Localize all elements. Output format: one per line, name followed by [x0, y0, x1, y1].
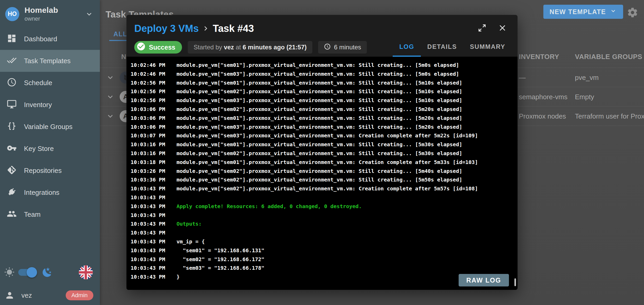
chevron-down-icon[interactable]	[106, 92, 115, 102]
cell-inventory: —	[519, 74, 526, 82]
cell-variable-groups: Terraform user for Proxm	[575, 112, 644, 120]
sidebar-item-schedule[interactable]: Schedule	[0, 72, 100, 94]
log-line: 10:03:43 PM "sem01" = "192.168.66.131"	[131, 246, 518, 255]
user-row[interactable]: vez Admin	[0, 289, 100, 301]
sidebar-item-label: Schedule	[24, 79, 52, 87]
log-message: Outputs:	[177, 221, 202, 227]
app-root: HO Homelab owner DashboardTask Templates…	[0, 0, 644, 305]
log-message: module.pve_vm["sem02"].proxmox_virtual_e…	[177, 177, 462, 183]
sidebar-item-integrations[interactable]: Integrations	[0, 181, 100, 203]
log-timestamp: 10:03:43 PM	[131, 193, 169, 202]
gear-icon[interactable]	[627, 7, 638, 18]
log-timestamp: 10:03:06 PM	[131, 123, 169, 132]
log-line: 10:03:43 PMApply complete! Resources: 6 …	[131, 202, 518, 211]
breadcrumb-task-title: Task #43	[213, 23, 254, 34]
log-timestamp: 10:03:06 PM	[131, 105, 169, 114]
chevron-down-icon	[610, 7, 617, 16]
modal-header-actions	[477, 23, 510, 34]
modal-status-row: Success Started by vez at 6 minutes ago …	[126, 38, 518, 57]
chevron-down-icon	[85, 10, 94, 19]
started-user: vez	[224, 44, 234, 51]
log-timestamp: 10:03:43 PM	[131, 246, 169, 255]
chevron-down-icon[interactable]	[106, 73, 115, 82]
sidebar-item-task-templates[interactable]: Task Templates	[0, 50, 100, 72]
new-template-button[interactable]: NEW TEMPLATE	[543, 5, 623, 19]
log-timestamp: 10:02:56 PM	[131, 79, 169, 87]
task-modal: Deploy 3 VMs Task #43 Success Started by…	[126, 15, 518, 290]
log-line: 10:02:46 PMmodule.pve_vm["sem03"].proxmo…	[131, 70, 518, 79]
log-timestamp: 10:03:43 PM	[131, 202, 169, 211]
log-timestamp: 10:03:43 PM	[131, 220, 169, 228]
project-switcher[interactable]: HO Homelab owner	[0, 0, 100, 25]
user-icon	[5, 290, 15, 300]
clock-icon	[7, 77, 17, 88]
log-timestamp: 10:03:43 PM	[131, 211, 169, 220]
project-role: owner	[25, 15, 85, 22]
sidebar-item-label: Repositories	[24, 167, 62, 175]
braces-icon	[7, 121, 17, 132]
modal-tab-summary[interactable]: SUMMARY	[463, 38, 512, 57]
log-timestamp: 10:03:18 PM	[131, 158, 169, 167]
log-line: 10:03:43 PMOutputs:	[131, 220, 518, 228]
sidebar-item-label: Inventory	[24, 101, 52, 109]
project-name: Homelab	[25, 6, 85, 15]
chevron-right-icon	[201, 24, 210, 33]
user-name: vez	[21, 291, 32, 300]
log-message: module.pve_vm["sem02"].proxmox_virtual_e…	[177, 106, 462, 112]
dashboard-icon	[7, 33, 17, 44]
uk-flag-icon[interactable]	[79, 265, 93, 279]
log-message: module.pve_vm["sem01"].proxmox_virtual_e…	[177, 115, 462, 121]
sidebar-item-variable-groups[interactable]: Variable Groups	[0, 116, 100, 138]
tab-all[interactable]: ALL	[113, 30, 127, 38]
log-output: 10:02:46 PMmodule.pve_vm["sem01"].proxmo…	[126, 57, 518, 290]
chevron-down-icon[interactable]	[106, 112, 115, 121]
cell-variable-groups: pve_vm	[575, 74, 599, 82]
log-timestamp: 10:02:46 PM	[131, 70, 169, 79]
sidebar-item-team[interactable]: Team	[0, 203, 100, 225]
sidebar-item-dashboard[interactable]: Dashboard	[0, 28, 100, 50]
raw-log-button[interactable]: RAW LOG	[459, 274, 509, 286]
cell-inventory: semaphore-vms	[519, 93, 567, 101]
log-message: vm_ip = {	[177, 238, 205, 245]
log-timestamp: 10:03:07 PM	[131, 131, 169, 140]
sidebar-item-key-store[interactable]: Key Store	[0, 138, 100, 160]
new-template-label: NEW TEMPLATE	[550, 8, 606, 16]
sidebar-item-repositories[interactable]: Repositories	[0, 160, 100, 181]
log-message: module.pve_vm["sem02"].proxmox_virtual_e…	[177, 185, 478, 192]
sidebar-item-inventory[interactable]: Inventory	[0, 94, 100, 116]
column-header-variable-groups: VARIABLE GROUPS	[575, 53, 642, 61]
cell-inventory: Proxmox nodes	[519, 112, 566, 120]
sidebar-item-label: Team	[24, 210, 41, 219]
log-line: 10:03:43 PM	[131, 211, 518, 220]
log-line: 10:02:56 PMmodule.pve_vm["sem02"].proxmo…	[131, 87, 518, 96]
duration-label: 6 minutes	[334, 44, 361, 51]
double-check-icon	[7, 55, 17, 66]
log-timestamp: 10:03:43 PM	[131, 273, 169, 281]
started-chip: Started by vez at 6 minutes ago (21:57)	[188, 41, 312, 54]
log-timestamp: 10:03:43 PM	[131, 184, 169, 193]
project-avatar: HO	[5, 7, 19, 21]
log-line: 10:03:06 PMmodule.pve_vm["sem01"].proxmo…	[131, 114, 518, 123]
breadcrumb-template-link[interactable]: Deploy 3 VMs	[134, 23, 199, 34]
log-message: "sem01" = "192.168.66.131"	[177, 247, 264, 254]
log-message: module.pve_vm["sem03"].proxmox_virtual_e…	[177, 71, 459, 77]
log-line: 10:02:56 PMmodule.pve_vm["sem01"].proxmo…	[131, 79, 518, 87]
log-timestamp: 10:02:56 PM	[131, 87, 169, 96]
scrollbar-thumb[interactable]	[514, 278, 516, 286]
people-icon	[7, 209, 17, 220]
log-message: module.pve_vm["sem02"].proxmox_virtual_e…	[177, 168, 462, 174]
column-header-name: N	[121, 53, 126, 61]
modal-tabs: LOGDETAILSSUMMARY	[393, 38, 518, 57]
expand-icon[interactable]	[477, 23, 487, 34]
log-message: "sem03" = "192.168.66.178"	[177, 265, 264, 271]
modal-tab-log[interactable]: LOG	[393, 38, 421, 57]
sidebar-item-label: Key Store	[24, 145, 54, 153]
key-icon	[7, 143, 17, 154]
close-icon[interactable]	[498, 23, 507, 34]
column-header-inventory: INVENTORY	[519, 53, 559, 61]
status-label: Success	[149, 44, 175, 51]
started-prefix: Started by	[193, 44, 224, 51]
dark-mode-toggle[interactable]	[18, 269, 35, 276]
modal-tab-details[interactable]: DETAILS	[421, 38, 464, 57]
log-line: 10:03:43 PM	[131, 228, 518, 237]
